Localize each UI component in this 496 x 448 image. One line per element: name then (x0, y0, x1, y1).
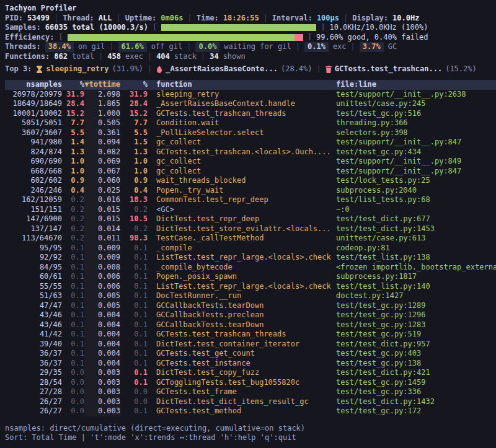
table-row[interactable]: 36/370.10.0040.1GCTests.test_get_countte… (5, 349, 496, 359)
thread-stat-label: exc (333, 42, 347, 52)
cell-pct-cumulative: 5.5 (120, 128, 148, 138)
table-row[interactable]: 28/540.00.0030.1GCTogglingTests.test_bug… (5, 378, 496, 388)
cell-file-line: test/test_list.py:138 (331, 253, 496, 263)
top3-label: Top 3: (5, 64, 32, 74)
table-row[interactable]: 3607/36075.50.3615.5_PollLikeSelector.se… (5, 128, 496, 138)
top3-function-name: GCTests.test_trashcan... (335, 64, 442, 74)
cell-nsamples: 43/46 (5, 310, 62, 320)
table-row[interactable]: 51/630.10.0050.1DocTestRunner.__rundocte… (5, 291, 496, 301)
table-row[interactable]: 27/280.00.0030.0GCTests.test_frametest/t… (5, 387, 496, 397)
pid-value: 53499 (27, 14, 50, 24)
table-row[interactable]: 92/920.10.0090.1ListTest.test_repr_large… (5, 253, 496, 263)
cell-nsamples: 47/47 (5, 301, 62, 311)
cell-nsamples: 113/64670 (5, 234, 62, 244)
cell-file-line: test/test_gc.py:434 (331, 147, 496, 157)
table-row[interactable]: 60/610.10.0060.1Popen._posix_spawnsubpro… (5, 272, 496, 282)
col-header-nsamples[interactable]: nsamples (5, 80, 62, 90)
function-stat-value: 34 (210, 52, 218, 62)
flame-icon (156, 66, 162, 73)
cell-tottime: 0.505 (84, 118, 120, 128)
table-row[interactable]: 29/350.00.0030.1DictTest.test_copy_fuzzt… (5, 368, 496, 378)
function-stat-label: shown (223, 52, 246, 62)
cell-nsamples: 5051/5051 (5, 118, 62, 128)
cell-pct-cumulative: 0.1 (120, 263, 148, 273)
cell-tottime: 0.009 (84, 244, 120, 253)
cell-pct-cumulative: 10.5 (120, 214, 148, 224)
table-row[interactable]: 43/460.10.0040.1GCCallbackTests.tearDown… (5, 320, 496, 330)
cell-pct-direct: 0.1 (62, 282, 84, 292)
col-header-function[interactable]: function (148, 80, 331, 90)
cell-file-line: selectors.py:398 (331, 128, 496, 138)
table-row[interactable]: 43/460.10.0040.1GCCallbackTests.preclean… (5, 310, 496, 320)
top3-item[interactable]: _AssertRaisesBaseConte...(28.4%) (156, 64, 312, 74)
table-row[interactable]: 95/950.10.0090.1_compilecodeop.py:81 (5, 244, 496, 253)
table-row[interactable]: 151/1510.20.0150.2<GC>~:0 (5, 205, 496, 215)
bracket-open: [ (153, 23, 157, 33)
cell-pct-cumulative: 0.1 (120, 253, 148, 263)
cell-file-line: doctest.py:1427 (331, 291, 496, 301)
table-row[interactable]: 26/270.00.0030.0DictTest.test_dict_items… (5, 397, 496, 407)
table-row[interactable]: 5051/50517.70.5057.7Condition.waitthread… (5, 118, 496, 128)
col-header-pct-direct[interactable]: % (62, 80, 84, 90)
threads-stats: 38.4%on gil|61.6%off gil|0.0%waiting for… (45, 42, 397, 52)
table-row[interactable]: 824/8741.30.0821.3GCTests.test_trashcan.… (5, 147, 496, 157)
cell-pct-direct: 5.5 (62, 128, 84, 138)
efficiency-bar-failed (294, 34, 303, 41)
table-row[interactable]: 55/550.10.0060.1ListTest.test_repr_large… (5, 282, 496, 292)
table-row[interactable]: 10001/1000215.21.00015.2GCTests.test_tra… (5, 109, 496, 119)
table-row[interactable]: 41/420.10.0040.1GCTests.test_trashcan_th… (5, 330, 496, 340)
cell-tottime: 0.005 (84, 291, 120, 301)
cell-tottime: 0.003 (84, 387, 120, 397)
cell-pct-cumulative: 0.1 (120, 301, 148, 311)
table-row[interactable]: 147/69000.20.01510.5DictTest.test_repr_d… (5, 214, 496, 224)
function-stat-label: stack (174, 52, 197, 62)
table-row[interactable]: 162/120590.20.01618.3CommonTest.test_rep… (5, 195, 496, 205)
table-row[interactable]: 137/1470.20.0140.2DictTest.test_store_ev… (5, 224, 496, 234)
cell-pct-cumulative: 0.1 (120, 310, 148, 320)
hourglass-icon (36, 66, 43, 73)
cell-pct-cumulative: 31.9 (120, 90, 148, 100)
table-row[interactable]: 20978/2097931.92.09831.9sleeping_retryte… (5, 90, 496, 100)
top3-item[interactable]: GCTests.test_trashcan...(15.2%) (326, 64, 477, 74)
top3-item[interactable]: sleeping_retry(31.9%) (36, 64, 143, 74)
col-header-file-line[interactable]: file:line (331, 80, 496, 90)
cell-nsamples: 43/46 (5, 320, 62, 330)
cell-pct-direct: 1.3 (62, 147, 84, 157)
table-row[interactable]: 246/2460.40.0250.4Popen._try_waitsubproc… (5, 186, 496, 196)
cell-tottime: 0.004 (84, 340, 120, 349)
cell-tottime: 0.006 (84, 282, 120, 292)
table-row[interactable]: 18649/1864928.41.86528.4_AssertRaisesBas… (5, 99, 496, 109)
table-row[interactable]: 39/400.10.0040.1DictTest.test_container_… (5, 340, 496, 349)
cell-pct-cumulative: 1.3 (120, 147, 148, 157)
cell-pct-direct: 0.1 (62, 272, 84, 282)
cell-pct-direct: 31.9 (62, 90, 84, 100)
cell-tottime: 0.004 (84, 349, 120, 359)
thread-stat-value: 38.4% (45, 42, 74, 52)
table-row[interactable]: 113/646700.20.01198.3TestCase._callTestM… (5, 234, 496, 244)
function-stat-value: 862 (54, 52, 68, 62)
table-row[interactable]: 668/6681.00.0671.0gc_collecttest/support… (5, 167, 496, 177)
cell-tottime: 0.025 (84, 186, 120, 196)
cell-function: GCTests.test_trashcan_threads (148, 109, 331, 119)
table-row[interactable]: 84/950.10.0080.1_compile_bytecode<frozen… (5, 263, 496, 273)
cell-pct-direct: 0.1 (62, 320, 84, 330)
cell-pct-cumulative: 0.0 (120, 397, 148, 407)
thread-stat-label: off gil (151, 42, 183, 52)
cell-file-line: subprocess.py:2040 (331, 186, 496, 196)
cell-tottime: 0.009 (84, 253, 120, 263)
cell-nsamples: 29/35 (5, 368, 62, 378)
table-row[interactable]: 36/370.10.0040.1GCTests.test_instancetes… (5, 359, 496, 369)
col-header-pct-cumulative[interactable]: % (120, 80, 148, 90)
threads-line: Threads: 38.4%on gil|61.6%off gil|0.0%wa… (5, 42, 496, 52)
thread-stat-value: 0.0% (195, 42, 219, 52)
table-row[interactable]: 602/6020.90.0600.9wait_threads_blockedte… (5, 176, 496, 186)
col-header-tottime-sorted[interactable]: ▼tottime (84, 80, 120, 90)
table-row[interactable]: 26/270.00.0030.1GCTests.test_methodtest/… (5, 406, 496, 416)
cell-tottime: 0.008 (84, 263, 120, 273)
cell-function: ListTest.test_repr_large.<locals>.check (148, 253, 331, 263)
table-row[interactable]: 690/6901.00.0691.0gc_collecttest/support… (5, 157, 496, 167)
table-row[interactable]: 47/470.10.0050.1GCCallbackTests.tearDown… (5, 301, 496, 311)
table-row[interactable]: 941/9801.40.0941.5gc_collecttest/support… (5, 138, 496, 147)
cell-pct-cumulative: 28.4 (120, 99, 148, 109)
thread-value[interactable]: ALL (99, 14, 112, 24)
